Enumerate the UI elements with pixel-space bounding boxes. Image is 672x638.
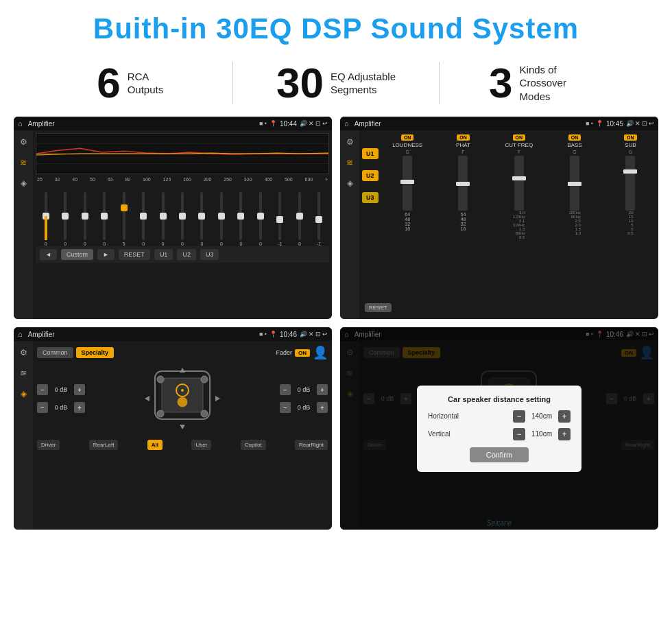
eq-custom-btn[interactable]: Custom xyxy=(61,249,93,260)
db-plus-bl[interactable]: + xyxy=(74,402,85,413)
confirm-button[interactable]: Confirm xyxy=(470,447,529,462)
s2-eq-icon[interactable]: ≋ xyxy=(346,158,353,167)
loudness-slider-g[interactable] xyxy=(403,156,412,211)
screen2-content: ⚙ ≋ ◈ U1 U2 U3 xyxy=(340,130,658,319)
eq-reset-btn[interactable]: RESET xyxy=(119,249,150,260)
right-db-controls: − 0 dB + − 0 dB + xyxy=(280,384,328,413)
slider-14[interactable]: -1 xyxy=(311,192,328,246)
phat-on[interactable]: ON xyxy=(457,134,470,141)
fader-on-badge[interactable]: ON xyxy=(295,349,310,357)
stats-row: 6 RCA Outputs 30 EQ Adjustable Segments … xyxy=(0,52,672,117)
db-value-tr: 0 dB xyxy=(293,386,314,393)
db-minus-tr[interactable]: − xyxy=(280,384,291,395)
db-plus-tr[interactable]: + xyxy=(317,384,328,395)
driver-btn-3[interactable]: Driver xyxy=(37,440,60,450)
slider-12[interactable]: -1 xyxy=(272,192,289,246)
eq-next-btn[interactable]: ► xyxy=(97,249,115,260)
stat-crossover: 3 Kinds of Crossover Modes xyxy=(440,62,645,104)
sidebar-eq-icon[interactable]: ≋ xyxy=(20,158,27,167)
eq-prev-btn[interactable]: ◄ xyxy=(40,249,57,260)
sidebar-speaker-icon[interactable]: ◈ xyxy=(21,178,27,188)
eq-u2-btn[interactable]: U2 xyxy=(177,249,196,260)
db-minus-bl[interactable]: − xyxy=(37,402,48,413)
sub-on[interactable]: ON xyxy=(624,134,637,141)
s3-eq-icon[interactable]: ≋ xyxy=(20,368,27,378)
stat-number-rca: 6 xyxy=(97,62,120,104)
eq-u1-btn[interactable]: U1 xyxy=(154,249,173,260)
eq-u3-btn[interactable]: U3 xyxy=(200,249,219,260)
location-icon-1: 📍 xyxy=(269,120,277,127)
horizontal-plus[interactable]: + xyxy=(558,410,571,423)
cutfreq-on[interactable]: ON xyxy=(513,134,526,141)
slider-1[interactable]: 0 xyxy=(56,192,73,246)
vertical-label: Vertical xyxy=(428,430,469,438)
slider-11[interactable]: 0 xyxy=(252,192,269,246)
common-tab-3[interactable]: Common xyxy=(37,347,73,358)
home-icon-2[interactable]: ⌂ xyxy=(344,119,349,128)
cutfreq-slider[interactable] xyxy=(514,156,524,211)
bass-slider[interactable] xyxy=(570,156,579,211)
db-plus-tl[interactable]: + xyxy=(74,384,85,395)
screen-crossover: ⌂ Amplifier ■ • 📍 10:45 🔊 ✕ ⊡ ↩ ⚙ ≋ ◈ xyxy=(340,117,658,319)
slider-13[interactable]: 0 xyxy=(291,192,308,246)
db-plus-br[interactable]: + xyxy=(317,402,328,413)
slider-5[interactable]: 0 xyxy=(134,192,152,246)
sub-slider[interactable] xyxy=(625,156,635,211)
specialty-tab-3[interactable]: Specialty xyxy=(76,347,115,358)
loudness-on[interactable]: ON xyxy=(401,134,414,141)
loudness-label: LOUDNESS xyxy=(392,142,422,148)
s3-settings-icon[interactable]: ⚙ xyxy=(20,348,27,357)
home-icon-1[interactable]: ⌂ xyxy=(18,119,23,128)
db-minus-tl[interactable]: − xyxy=(37,384,48,395)
horizontal-minus[interactable]: − xyxy=(513,410,525,423)
home-icon-3[interactable]: ⌂ xyxy=(18,330,23,338)
u1-btn[interactable]: U1 xyxy=(362,148,379,159)
slider-4[interactable]: 5 xyxy=(115,192,132,246)
dialog-box: Car speaker distance setting Horizontal … xyxy=(417,386,581,472)
vertical-plus[interactable]: + xyxy=(558,428,571,440)
slider-8[interactable]: 0 xyxy=(193,192,211,246)
location-icon-3: 📍 xyxy=(269,331,277,338)
eq-icons-1: ■ • xyxy=(259,120,267,127)
left-db-controls: − 0 dB + − 0 dB + xyxy=(37,384,85,413)
stat-label-crossover: Kinds of Crossover Modes xyxy=(520,63,595,104)
s3-speaker-icon[interactable]: ◈ xyxy=(21,389,27,399)
dialog-overlay: Car speaker distance setting Horizontal … xyxy=(340,327,658,530)
slider-0[interactable]: 0 xyxy=(37,192,54,246)
u2-btn[interactable]: U2 xyxy=(362,170,379,181)
sidebar-settings-icon[interactable]: ⚙ xyxy=(20,137,27,147)
page-header: Buith-in 30EQ DSP Sound System xyxy=(0,0,672,52)
slider-3[interactable]: 0 xyxy=(95,192,112,246)
stat-rca: 6 RCA Outputs xyxy=(27,62,233,104)
u3-btn[interactable]: U3 xyxy=(362,192,379,203)
slider-6[interactable]: 0 xyxy=(154,192,171,246)
s2-settings-icon[interactable]: ⚙ xyxy=(346,137,354,147)
phat-slider[interactable] xyxy=(458,156,468,211)
dialog-title: Car speaker distance setting xyxy=(428,395,571,403)
user-btn-3[interactable]: User xyxy=(191,440,211,450)
all-btn-3[interactable]: All xyxy=(147,440,163,450)
slider-2[interactable]: 0 xyxy=(76,192,93,246)
s2-speaker-icon[interactable]: ◈ xyxy=(347,178,353,188)
profile-icon[interactable]: 👤 xyxy=(313,345,328,360)
status-icons-1: 🔊 ✕ ⊡ ↩ xyxy=(300,120,328,127)
copilot-btn-3[interactable]: Copilot xyxy=(241,440,266,450)
bass-on[interactable]: ON xyxy=(568,134,581,141)
slider-9[interactable]: 0 xyxy=(213,192,230,246)
svg-point-16 xyxy=(201,410,208,417)
rear-right-btn-3[interactable]: RearRight xyxy=(295,440,328,450)
db-minus-br[interactable]: − xyxy=(280,402,291,413)
vertical-minus[interactable]: − xyxy=(513,428,525,440)
screen2-reset-btn[interactable]: RESET xyxy=(365,303,392,312)
screen3-time: 10:46 xyxy=(280,331,297,338)
sliders-row: 0 0 0 0 5 0 0 0 0 0 0 0 -1 0 -1 xyxy=(36,185,329,246)
svg-marker-10 xyxy=(180,425,185,429)
screen1-time: 10:44 xyxy=(280,120,297,128)
slider-7[interactable]: 0 xyxy=(173,192,191,246)
slider-10[interactable]: 0 xyxy=(232,192,250,246)
status-bar-3: ⌂ Amplifier ■ • 📍 10:46 🔊 ✕ ⊡ ↩ xyxy=(14,327,332,341)
screen-eq: ⌂ Amplifier ■ • 📍 10:44 🔊 ✕ ⊡ ↩ ⚙ ≋ ◈ xyxy=(14,117,332,319)
svg-marker-9 xyxy=(180,368,185,373)
rear-left-btn-3[interactable]: RearLeft xyxy=(89,440,119,450)
channel-sub: ON SUB G 20 15 10 xyxy=(605,134,656,315)
